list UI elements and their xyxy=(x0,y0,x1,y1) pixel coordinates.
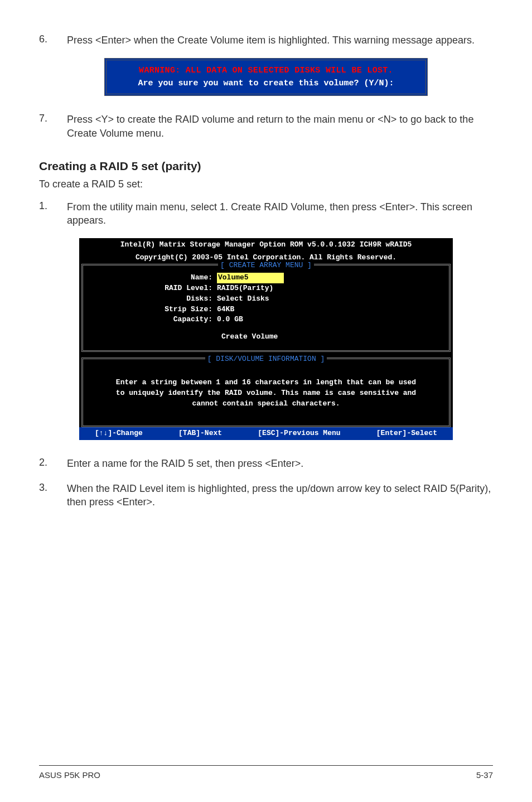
capacity-label: Capacity: xyxy=(89,315,217,325)
form-row-disks: Disks: Select Disks xyxy=(89,294,443,305)
footer-page-number: 5-37 xyxy=(476,770,493,780)
footer-select: [Enter]-Select xyxy=(376,428,437,439)
bios-header-line1: Intel(R) Matrix Storage Manager Option R… xyxy=(79,238,453,251)
step-7: 7. Press <Y> to create the RAID volume a… xyxy=(39,113,493,140)
confirm-prompt: Are you sure you want to create this vol… xyxy=(117,79,415,88)
raid-level-label: RAID Level: xyxy=(89,283,217,294)
name-label: Name: xyxy=(89,273,217,283)
strip-size-label: Strip Size: xyxy=(89,305,217,315)
step-number: 1. xyxy=(39,200,67,228)
capacity-value[interactable]: 0.0 GB xyxy=(217,315,443,325)
panel-title: [ CREATE ARRAY MENU ] xyxy=(83,260,449,271)
create-volume-item[interactable]: Create Volume xyxy=(89,332,443,342)
step-text: From the utility main menu, select 1. Cr… xyxy=(67,200,493,228)
name-input[interactable]: Volume5 xyxy=(217,273,284,283)
warning-dialog: WARNING: ALL DATA ON SELECTED DISKS WILL… xyxy=(104,58,428,96)
step-2: 2. Enter a name for the RAID 5 set, then… xyxy=(39,457,493,470)
step-number: 7. xyxy=(39,113,67,140)
form-row-strip-size: Strip Size: 64KB xyxy=(89,305,443,315)
step-6: 6. Press <Enter> when the Create Volume … xyxy=(39,33,493,47)
bios-footer: [↑↓]-Change [TAB]-Next [ESC]-Previous Me… xyxy=(79,427,453,440)
footer-prev: [ESC]-Previous Menu xyxy=(258,428,340,439)
step-text: Press <Y> to create the RAID volume and … xyxy=(67,113,493,140)
form-row-raid-level: RAID Level: RAID5(Parity) xyxy=(89,283,443,294)
disk-volume-info-panel: [ DISK/VOLUME INFORMATION ] Enter a stri… xyxy=(81,357,451,427)
footer-product: ASUS P5K PRO xyxy=(39,770,100,780)
step-1: 1. From the utility main menu, select 1.… xyxy=(39,200,493,228)
create-array-panel: [ CREATE ARRAY MENU ] Name: Volume5 RAID… xyxy=(81,264,451,352)
intro-text: To create a RAID 5 set: xyxy=(39,178,493,190)
disks-value[interactable]: Select Disks xyxy=(217,294,443,305)
warning-message: WARNING: ALL DATA ON SELECTED DISKS WILL… xyxy=(117,66,415,75)
disks-label: Disks: xyxy=(89,294,217,305)
bios-screenshot: Intel(R) Matrix Storage Manager Option R… xyxy=(79,238,453,440)
page-footer: ASUS P5K PRO 5-37 xyxy=(39,765,493,780)
step-text: Enter a name for the RAID 5 set, then pr… xyxy=(67,457,493,470)
raid-level-value[interactable]: RAID5(Parity) xyxy=(217,283,443,294)
step-3: 3. When the RAID Level item is highlight… xyxy=(39,482,493,509)
form-row-name: Name: Volume5 xyxy=(89,273,443,283)
step-number: 6. xyxy=(39,33,67,47)
footer-change: [↑↓]-Change xyxy=(95,428,143,439)
footer-next: [TAB]-Next xyxy=(178,428,222,439)
panel-title: [ DISK/VOLUME INFORMATION ] xyxy=(83,354,449,365)
step-text: Press <Enter> when the Create Volume ite… xyxy=(67,33,493,47)
info-line: Enter a string between 1 and 16 characte… xyxy=(94,378,438,388)
step-text: When the RAID Level item is highlighted,… xyxy=(67,482,493,509)
info-line: cannot contain special characters. xyxy=(94,399,438,409)
step-number: 2. xyxy=(39,457,67,470)
step-number: 3. xyxy=(39,482,67,509)
section-heading: Creating a RAID 5 set (parity) xyxy=(39,160,493,173)
strip-size-value[interactable]: 64KB xyxy=(217,305,443,315)
form-row-capacity: Capacity: 0.0 GB xyxy=(89,315,443,325)
info-line: to uniquely identify the RAID volume. Th… xyxy=(94,388,438,399)
